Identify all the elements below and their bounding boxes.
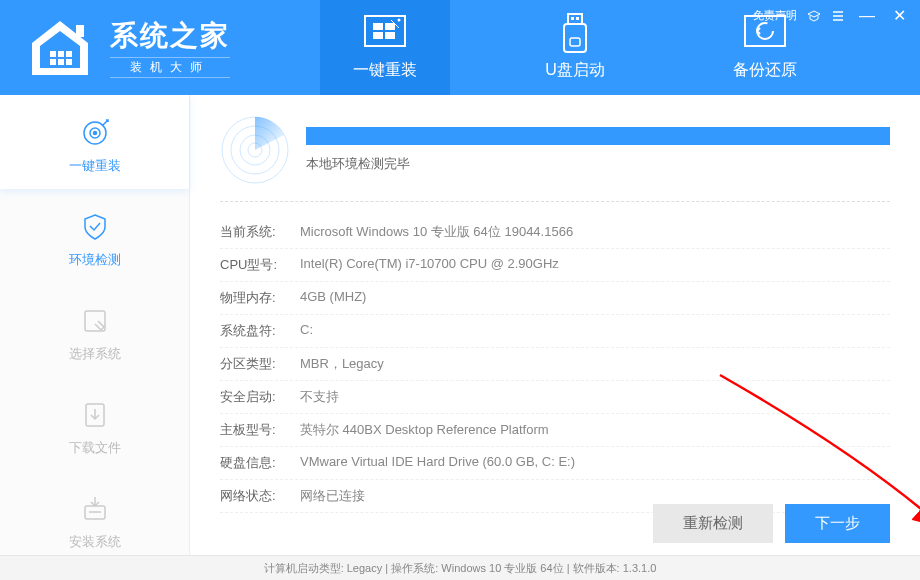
svg-rect-17: [570, 38, 580, 46]
tab-reinstall[interactable]: 一键重装: [320, 0, 450, 95]
svg-rect-15: [576, 17, 579, 20]
disclaimer-link[interactable]: 免责声明: [753, 8, 797, 23]
info-row-cpu: CPU型号:Intel(R) Core(TM) i7-10700 CPU @ 2…: [220, 249, 890, 282]
usb-icon: [530, 12, 620, 54]
svg-rect-0: [76, 25, 84, 37]
logo-title: 系统之家: [110, 17, 230, 55]
svg-rect-1: [50, 51, 56, 57]
logo-area: 系统之家 装机大师: [0, 0, 300, 95]
sidebar-item-env-check[interactable]: 环境检测: [0, 189, 189, 283]
action-buttons: 重新检测 下一步: [653, 504, 890, 543]
shield-check-icon: [0, 209, 189, 245]
scan-header: 本地环境检测完毕: [220, 115, 890, 202]
sidebar-item-download[interactable]: 下载文件: [0, 377, 189, 471]
svg-rect-6: [66, 59, 72, 65]
install-icon: [0, 491, 189, 527]
info-row-os: 当前系统:Microsoft Windows 10 专业版 64位 19044.…: [220, 216, 890, 249]
tab-usb-boot[interactable]: U盘启动: [510, 0, 640, 95]
graduation-icon[interactable]: [807, 9, 821, 23]
info-row-motherboard: 主板型号:英特尔 440BX Desktop Reference Platfor…: [220, 414, 890, 447]
svg-rect-3: [66, 51, 72, 57]
svg-rect-14: [571, 17, 574, 20]
target-icon: [0, 115, 189, 151]
svg-rect-2: [58, 51, 64, 57]
download-icon: [0, 397, 189, 433]
sidebar-item-select-system[interactable]: 选择系统: [0, 283, 189, 377]
info-row-partition: 分区类型:MBR，Legacy: [220, 348, 890, 381]
menu-icon[interactable]: [831, 9, 845, 23]
close-button[interactable]: ✕: [889, 6, 910, 25]
select-icon: [0, 303, 189, 339]
radar-icon: [220, 115, 290, 185]
minimize-button[interactable]: —: [855, 7, 879, 25]
sidebar: 一键重装 环境检测 选择系统 下载文件 安装系统: [0, 95, 190, 555]
content-area: 本地环境检测完毕 当前系统:Microsoft Windows 10 专业版 6…: [190, 95, 920, 555]
svg-rect-13: [568, 14, 582, 24]
svg-rect-8: [373, 23, 383, 30]
svg-point-12: [398, 19, 401, 22]
logo-house-icon: [20, 13, 100, 83]
info-row-secureboot: 安全启动:不支持: [220, 381, 890, 414]
svg-point-19: [757, 23, 773, 39]
system-info-list: 当前系统:Microsoft Windows 10 专业版 64位 19044.…: [220, 216, 890, 513]
sidebar-item-reinstall[interactable]: 一键重装: [0, 95, 189, 189]
info-row-memory: 物理内存:4GB (MHZ): [220, 282, 890, 315]
windows-icon: [340, 12, 430, 54]
svg-rect-5: [58, 59, 64, 65]
sidebar-item-install[interactable]: 安装系统: [0, 471, 189, 565]
info-row-disk: 硬盘信息:VMware Virtual IDE Hard Drive (60.0…: [220, 447, 890, 480]
app-header: 系统之家 装机大师 一键重装 U盘启动 备份还原 免责声明 — ✕: [0, 0, 920, 95]
logo-subtitle: 装机大师: [110, 57, 230, 78]
svg-rect-4: [50, 59, 56, 65]
next-button[interactable]: 下一步: [785, 504, 890, 543]
window-controls: 免责声明 — ✕: [753, 6, 910, 25]
svg-rect-9: [385, 23, 395, 30]
recheck-button[interactable]: 重新检测: [653, 504, 773, 543]
svg-rect-10: [373, 32, 383, 39]
info-row-drive: 系统盘符:C:: [220, 315, 890, 348]
svg-point-22: [93, 132, 96, 135]
scan-status-text: 本地环境检测完毕: [306, 155, 890, 173]
svg-rect-11: [385, 32, 395, 39]
progress-bar: [306, 127, 890, 145]
